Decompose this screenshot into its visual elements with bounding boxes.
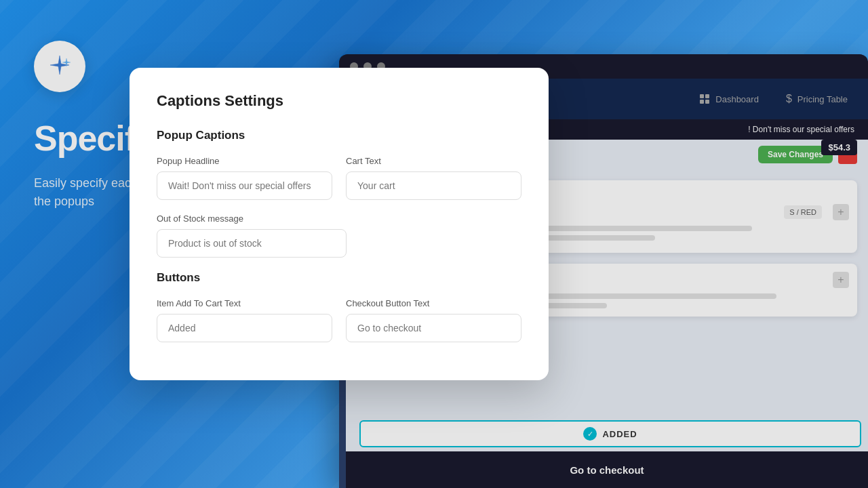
modal-overlay: Captions Settings Popup Captions Popup H… (0, 0, 868, 488)
out-of-stock-group: Out of Stock message (157, 214, 521, 258)
cart-text-group: Cart Text (346, 156, 521, 200)
popup-headline-label: Popup Headline (157, 156, 332, 166)
item-add-input[interactable] (157, 314, 332, 342)
checkout-btn-group: Checkout Button Text (346, 298, 521, 342)
cart-text-input[interactable] (346, 171, 521, 200)
modal-title: Captions Settings (157, 92, 521, 110)
captions-settings-modal: Captions Settings Popup Captions Popup H… (130, 68, 549, 380)
out-of-stock-label: Out of Stock message (157, 214, 521, 224)
checkout-btn-input[interactable] (346, 314, 521, 342)
checkout-btn-label: Checkout Button Text (346, 298, 521, 308)
out-of-stock-row: Out of Stock message (157, 214, 521, 258)
buttons-section: Buttons Item Add To Cart Text Checkout B… (157, 271, 521, 342)
item-add-group: Item Add To Cart Text (157, 298, 332, 342)
popup-captions-section-title: Popup Captions (157, 129, 521, 142)
cart-text-label: Cart Text (346, 156, 521, 166)
buttons-section-title: Buttons (157, 271, 521, 285)
popup-headline-input[interactable] (157, 171, 332, 200)
out-of-stock-input[interactable] (157, 229, 347, 258)
item-add-label: Item Add To Cart Text (157, 298, 332, 308)
popup-headline-group: Popup Headline (157, 156, 332, 200)
popup-captions-row: Popup Headline Cart Text (157, 156, 521, 200)
buttons-row: Item Add To Cart Text Checkout Button Te… (157, 298, 521, 342)
